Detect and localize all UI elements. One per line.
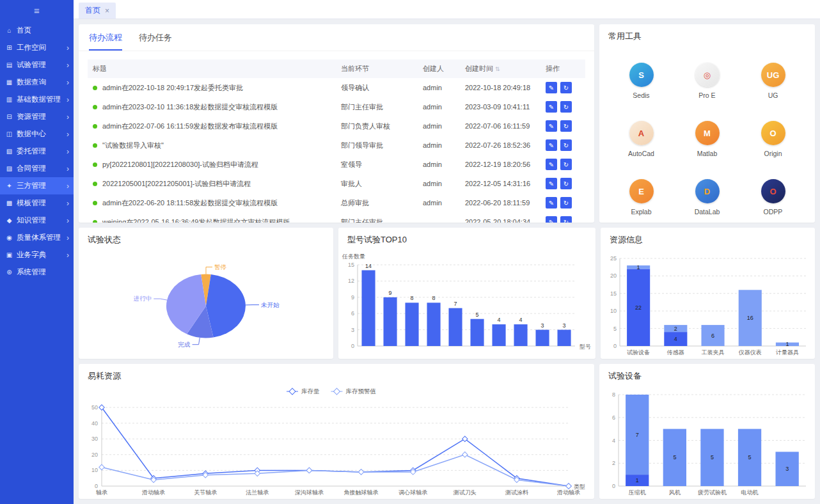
sidebar-item-label: 数据中心 (17, 129, 65, 139)
edit-button[interactable]: ✎ (546, 178, 557, 189)
row-step: 部门负责人审核 (336, 116, 418, 136)
sidebar-item-resource-mgmt[interactable]: ⊟资源管理› (0, 108, 74, 125)
sidebar-item-label: 合同管理 (17, 164, 65, 173)
row-step: 部门主任审批 (336, 212, 418, 223)
test-status-panel: 试验状态 暂停未开始完成进行中 (79, 228, 333, 359)
sidebar-item-dictionary[interactable]: ▣业务字典› (0, 246, 74, 264)
edit-button[interactable]: ✎ (546, 197, 557, 209)
row-title[interactable]: admin在2023-02-10 11:36:18发起数据提交审核流程模版 (102, 103, 278, 111)
tool-sedis[interactable]: SSedis (608, 63, 674, 99)
row-title-cell: admin在2022-07-06 16:11:59发起数据发布审核流程模版 (88, 116, 336, 136)
sidebar-item-test-mgmt[interactable]: ▤试验管理› (0, 56, 74, 74)
sidebar-item-commission-mgmt[interactable]: ▧委托管理› (0, 143, 74, 160)
tool-matlab[interactable]: MMatlab (674, 121, 740, 157)
svg-text:7: 7 (453, 301, 457, 307)
sidebar-item-system-mgmt[interactable]: ⊛系统管理 (0, 264, 74, 281)
template-icon: ▩ (4, 200, 14, 207)
row-creator (418, 212, 460, 223)
svg-text:15: 15 (610, 290, 617, 297)
svg-text:0: 0 (613, 343, 617, 349)
svg-text:库存预警值: 库存预警值 (346, 388, 377, 395)
sidebar-item-third-party-mgmt[interactable]: ✦三方管理› (0, 177, 74, 194)
process-button[interactable]: ↻ (560, 120, 572, 132)
svg-text:未开始: 未开始 (261, 301, 280, 308)
edit-button[interactable]: ✎ (546, 216, 557, 223)
edit-button[interactable]: ✎ (546, 101, 557, 113)
chevron-right-icon: › (65, 182, 69, 191)
chevron-right-icon: › (65, 113, 69, 122)
sidebar-item-data-center[interactable]: ◫数据中心› (0, 125, 74, 143)
process-button[interactable]: ↻ (560, 82, 572, 93)
svg-text:3: 3 (351, 327, 354, 333)
process-button[interactable]: ↻ (560, 197, 572, 209)
col-creator: 创建人 (418, 59, 460, 78)
edit-button[interactable]: ✎ (546, 82, 557, 93)
svg-text:4: 4 (497, 317, 500, 323)
row-title[interactable]: admin在2022-07-06 16:11:59发起数据发布审核流程模版 (102, 122, 278, 130)
svg-text:2: 2 (612, 460, 615, 466)
sidebar-item-label: 业务字典 (17, 250, 65, 260)
tool-datalab[interactable]: DDataLab (674, 179, 740, 216)
sidebar-item-label: 数据查询 (17, 77, 65, 87)
row-title[interactable]: 20221205001[20221205001]-试验归档申请流程 (102, 180, 251, 187)
sidebar-item-workspace[interactable]: ⊞工作空间› (0, 39, 74, 56)
sidebar-item-template-mgmt[interactable]: ▩模板管理› (0, 194, 74, 212)
edit-button[interactable]: ✎ (546, 159, 557, 170)
process-button[interactable]: ↻ (560, 216, 572, 223)
svg-text:0: 0 (612, 483, 615, 489)
svg-text:角接触球轴承: 角接触球轴承 (344, 489, 379, 496)
tool-ug[interactable]: UGUG (740, 63, 806, 99)
tool-name: ODPP (764, 208, 783, 216)
sort-icon[interactable]: ⇅ (495, 66, 500, 72)
tab-todo-process[interactable]: 待办流程 (89, 32, 122, 51)
edit-button[interactable]: ✎ (546, 120, 557, 132)
sidebar-item-label: 首页 (17, 26, 68, 35)
sidebar-item-knowledge-mgmt[interactable]: ◆知识管理› (0, 212, 74, 229)
row-title[interactable]: admin在2022-10-18 20:49:17发起委托类审批 (102, 84, 243, 91)
sidebar-item-contract-mgmt[interactable]: ▨合同管理› (0, 160, 74, 177)
row-title[interactable]: "试验数据导入审核" (102, 141, 164, 149)
tool-pro-e[interactable]: ◎Pro E (674, 63, 740, 99)
process-button[interactable]: ↻ (560, 139, 572, 151)
row-actions: ✎↻ (540, 97, 585, 116)
sidebar-item-label: 知识管理 (17, 216, 65, 225)
edit-button[interactable]: ✎ (546, 139, 557, 151)
row-created: 2022-12-19 18:20:56 (460, 155, 540, 174)
pencil-icon: ✎ (549, 161, 554, 168)
svg-text:计量器具: 计量器具 (775, 349, 799, 356)
chevron-right-icon: › (65, 164, 69, 173)
svg-text:4: 4 (519, 317, 522, 323)
row-title[interactable]: weining在2022-05-16 16:36:49发起数据提交文审核流程模版 (102, 218, 290, 223)
tab-todo-task[interactable]: 待办任务 (139, 32, 172, 51)
process-button[interactable]: ↻ (560, 178, 572, 189)
process-button[interactable]: ↻ (560, 159, 572, 170)
tool-autocad[interactable]: AAutoCad (608, 121, 674, 157)
tool-explab[interactable]: EExplab (608, 179, 674, 216)
sidebar-item-quality-mgmt[interactable]: ◉质量体系管理› (0, 229, 74, 246)
svg-text:0: 0 (95, 483, 98, 489)
tool-odpp[interactable]: OODPP (740, 179, 806, 216)
process-icon: ↻ (564, 104, 569, 111)
sidebar-item-home[interactable]: ⌂首页 (0, 22, 74, 39)
svg-text:7: 7 (636, 432, 639, 438)
sidebar-item-label: 试验管理 (17, 60, 65, 70)
row-creator: admin (418, 193, 460, 212)
close-icon[interactable]: × (105, 6, 109, 15)
sidebar-item-data-query[interactable]: ▦数据查询› (0, 74, 74, 91)
equipment-bar-chart: 02468压缩机17风机5疲劳试验机5电动机53 (599, 384, 815, 499)
sidebar-item-label: 模板管理 (17, 198, 65, 208)
tab-home[interactable]: 首页 × (79, 3, 116, 19)
sidebar-item-base-data-mgmt[interactable]: ▥基础数据管理› (0, 91, 74, 108)
knowledge-icon: ◆ (4, 217, 14, 224)
panel-title: 试验状态 (79, 228, 333, 248)
row-title[interactable]: admin在2022-06-20 18:11:58发起数据提交审核流程模版 (102, 199, 278, 207)
tool-origin[interactable]: OOrigin (740, 121, 806, 157)
process-button[interactable]: ↻ (560, 101, 572, 113)
svg-text:20: 20 (610, 272, 617, 279)
pencil-icon: ✎ (549, 200, 554, 207)
svg-text:3: 3 (562, 322, 565, 329)
resource-info-bar-chart: 0510152025试验设备221传感器42工装夹具6仪器仪表16计量器具1 (601, 248, 815, 359)
table-row: admin在2022-10-18 20:49:17发起委托类审批领导确认admi… (88, 78, 585, 97)
sidebar-collapse-button[interactable]: ≡ (0, 0, 74, 20)
row-title[interactable]: py[2022120801][20221208030]-试验归档申请流程 (102, 161, 258, 168)
